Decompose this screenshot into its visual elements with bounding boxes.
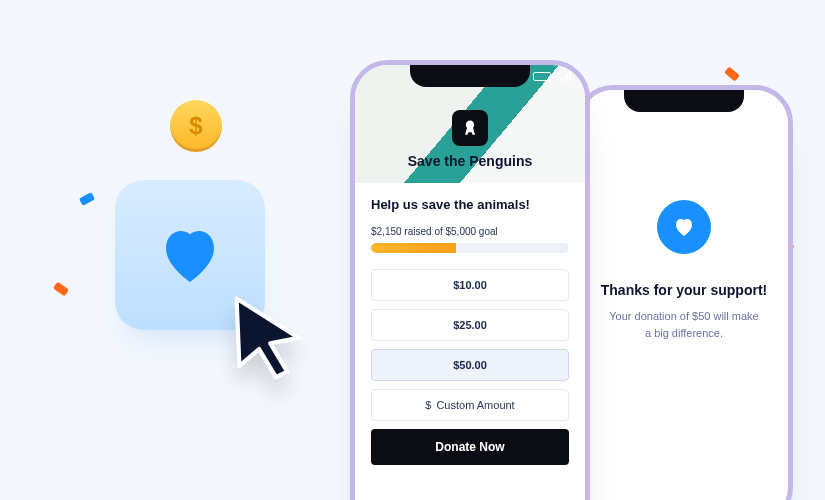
dollar-sign-icon: $ xyxy=(189,112,202,140)
amount-option-50[interactable]: $50.00 xyxy=(371,349,569,381)
coin-icon: $ xyxy=(170,100,222,152)
thank-you-phone: Thanks for your support! Your donation o… xyxy=(575,85,793,500)
progress-text: $2,150 raised of $5,000 goal xyxy=(371,226,569,237)
confetti-icon xyxy=(53,282,69,297)
confetti-icon xyxy=(79,192,95,206)
progress-fill xyxy=(371,243,456,253)
battery-icon xyxy=(533,72,551,81)
penguin-icon xyxy=(460,118,480,138)
org-logo xyxy=(452,110,488,146)
signal-icon xyxy=(560,71,571,81)
confetti-icon xyxy=(724,66,740,81)
amount-option-10[interactable]: $10.00 xyxy=(371,269,569,301)
campaign-headline: Help us save the animals! xyxy=(371,197,569,212)
cursor-icon xyxy=(225,290,310,380)
phone-notch xyxy=(410,65,530,87)
custom-amount-label: Custom Amount xyxy=(436,399,514,411)
donation-form-phone: Save the Penguins Help us save the anima… xyxy=(350,60,590,500)
donate-now-button[interactable]: Donate Now xyxy=(371,429,569,465)
progress-bar xyxy=(371,243,569,253)
donation-illustration: $ xyxy=(60,105,320,405)
heart-icon xyxy=(154,219,226,291)
custom-amount-button[interactable]: $ Custom Amount xyxy=(371,389,569,421)
amount-option-25[interactable]: $25.00 xyxy=(371,309,569,341)
thank-you-message: Your donation of $50 will make a big dif… xyxy=(580,308,788,341)
phone-notch xyxy=(624,90,744,112)
thank-you-title: Thanks for your support! xyxy=(580,282,788,298)
dollar-sign-icon: $ xyxy=(425,399,431,411)
org-name: Save the Penguins xyxy=(355,153,585,169)
success-heart-icon xyxy=(657,200,711,254)
